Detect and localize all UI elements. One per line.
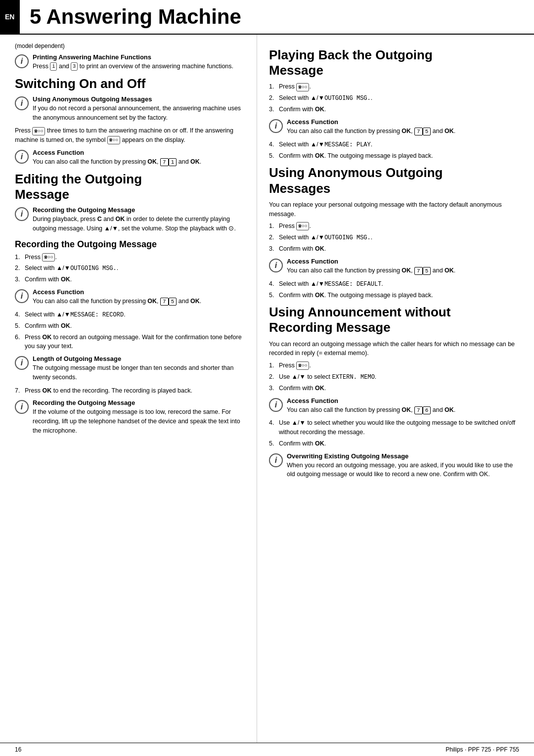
recording2-title: Recording the Outgoing Message: [33, 399, 245, 406]
length-text: The outgoing message must be longer than…: [33, 363, 245, 382]
step-1: 1. Press ☎○○.: [15, 253, 245, 262]
answering-icon-ann1: ☎○○: [296, 361, 309, 370]
recording-steps-list-2: 4. Select with ▲/▼MESSAGE: RECORD. 5. Co…: [15, 310, 245, 351]
overwrite-text: When you record an outgoing message, you…: [287, 461, 519, 480]
editing-access-content: Access Function You can also call the fu…: [33, 288, 245, 306]
recording-box2: i Recording the Outgoing Message If the …: [15, 399, 245, 435]
info-icon-editing-access: i: [15, 289, 29, 303]
content-area: model dependent i Printing Answering Mac…: [0, 35, 534, 743]
printing-info-content: Printing Answering Machine Functions Pre…: [33, 53, 245, 71]
page-number: 16: [15, 746, 21, 753]
page-footer: 16 Philips · PPF 725 · PPF 755: [0, 743, 534, 756]
editing-access-title: Access Function: [33, 288, 245, 296]
step-4: 4. Select with ▲/▼MESSAGE: RECORD.: [15, 310, 245, 319]
play-step-3: 3. Confirm with OK.: [269, 105, 519, 114]
message-default-code: MESSAGE: DEFAULT: [324, 281, 381, 288]
key-7d: 7: [414, 406, 423, 414]
recording2-content: Recording the Outgoing Message If the vo…: [33, 399, 245, 435]
info-icon-overwrite: i: [269, 453, 283, 467]
anon-steps-list-2: 4. Select with ▲/▼MESSAGE: DEFAULT. 5. C…: [269, 279, 519, 300]
recording-note-box: i Recording the Outgoing Message During …: [15, 206, 245, 233]
recording2-text: If the volume of the outgoing message is…: [33, 407, 245, 435]
answering-icon-play1: ☎○○: [296, 83, 309, 91]
step-3: 3. Confirm with OK.: [15, 275, 245, 284]
anon-msgs-heading: Using Anonymous OutgoingMessages: [269, 165, 519, 196]
ann-step-5: 5. Confirm with OK.: [269, 439, 519, 448]
info-icon-recording-note: i: [15, 207, 29, 221]
announcement-steps-list-2: 4. Use ▲/▼ to select whether you would l…: [269, 418, 519, 448]
printing-info-title: Printing Answering Machine Functions: [33, 53, 245, 61]
key-5a: 5: [169, 298, 177, 306]
step-7: 7. Press OK to end the recording. The re…: [15, 386, 245, 396]
key-7c: 7: [414, 267, 423, 275]
printing-info-text: Press i and 3 to print an overview of th…: [33, 62, 245, 71]
answering-machine-icon: ☎○○: [32, 127, 45, 135]
playing-steps-list-2: 4. Select with ▲/▼MESSAGE: PLAY. 5. Conf…: [269, 140, 519, 161]
ann-access-content: Access Function You can also call the fu…: [287, 397, 519, 415]
anon-step-1: 1. Press ☎○○.: [269, 222, 519, 231]
anon-access-text: You can also call the function by pressi…: [287, 266, 519, 275]
playing-heading: Playing Back the OutgoingMessage: [269, 47, 519, 78]
i-key: i: [50, 62, 57, 71]
anon-info-title: Using Anonymous Outgoing Messages: [33, 95, 245, 103]
answering-icon-anon1: ☎○○: [296, 222, 309, 230]
announcement-heading: Using Announcement withoutRecording Mess…: [269, 305, 519, 335]
switching-access-title: Access Function: [33, 149, 245, 156]
ann-step-4: 4. Use ▲/▼ to select whether you would l…: [269, 418, 519, 437]
chapter-header: EN 5 Answering Machine: [0, 0, 534, 35]
announcement-access-box: i Access Function You can also call the …: [269, 397, 519, 415]
page-wrapper: EN 5 Answering Machine model dependent i…: [0, 0, 534, 756]
anon-access-content: Access Function You can also call the fu…: [287, 258, 519, 275]
playing-steps-list: 1. Press ☎○○. 2. Select with ▲/▼OUTGOING…: [269, 82, 519, 114]
editing-access-box: i Access Function You can also call the …: [15, 288, 245, 306]
switching-body: Press ☎○○ three times to turn the answer…: [15, 126, 245, 145]
info-icon-recording2: i: [15, 400, 29, 414]
info-icon-length: i: [15, 356, 29, 370]
info-icon-switching-access: i: [15, 150, 29, 164]
info-icon-playing-access: i: [269, 119, 283, 133]
right-column: Playing Back the OutgoingMessage 1. Pres…: [257, 35, 534, 743]
message-record-code: MESSAGE: RECORD: [70, 311, 124, 318]
anon-access-box: i Access Function You can also call the …: [269, 258, 519, 275]
recording-note-text: During playback, press C and OK in order…: [33, 215, 245, 233]
announcement-steps-list: 1. Press ☎○○. 2. Use ▲/▼ to select EXTER…: [269, 361, 519, 393]
answering-symbol: ☎○○: [107, 136, 120, 144]
key-7b: 7: [414, 128, 423, 135]
key-7: 7: [160, 158, 169, 166]
ann-step-3: 3. Confirm with OK.: [269, 384, 519, 393]
anon-steps-list: 1. Press ☎○○. 2. Select with ▲/▼OUTGOING…: [269, 222, 519, 254]
left-column: model dependent i Printing Answering Mac…: [0, 35, 257, 743]
brand-info: Philips · PPF 725 · PPF 755: [445, 746, 519, 753]
anon-step-2: 2. Select with ▲/▼OUTGOING MSG..: [269, 233, 519, 242]
editing-access-text: You can also call the function by pressi…: [33, 297, 245, 306]
printing-info-box: i Printing Answering Machine Functions P…: [15, 53, 245, 71]
length-box: i Length of Outgoing Message The outgoin…: [15, 355, 245, 382]
key-5b: 5: [423, 128, 431, 135]
playing-access-content: Access Function You can also call the fu…: [287, 118, 519, 136]
anon-step-3: 3. Confirm with OK.: [269, 244, 519, 254]
overwrite-content: Overwriting Existing Outgoing Message Wh…: [287, 452, 519, 480]
outgoing-msg-play-code: OUTGOING MSG.: [324, 95, 371, 102]
ann-access-title: Access Function: [287, 397, 519, 404]
step-5: 5. Confirm with OK.: [15, 321, 245, 331]
key-7a: 7: [160, 298, 169, 306]
overwrite-box: i Overwriting Existing Outgoing Message …: [269, 452, 519, 480]
switching-access-box: i Access Function You can also call the …: [15, 149, 245, 167]
switching-access-content: Access Function You can also call the fu…: [33, 149, 245, 167]
playing-access-title: Access Function: [287, 118, 519, 126]
outgoing-msg-code: OUTGOING MSG.: [70, 265, 117, 272]
switching-heading: Switching On and Off: [15, 76, 245, 91]
3-key: 3: [71, 62, 78, 71]
length-title: Length of Outgoing Message: [33, 355, 245, 362]
extern-memo-code: EXTERN. MEMO: [332, 374, 374, 381]
play-step-2: 2. Select with ▲/▼OUTGOING MSG..: [269, 93, 519, 103]
recording-subheading: Recording the Outgoing Message: [15, 239, 245, 250]
playing-access-text: You can also call the function by pressi…: [287, 127, 519, 136]
ann-access-text: You can also call the function by pressi…: [287, 405, 519, 415]
anon-msgs-body: You can replace your personal outgoing m…: [269, 200, 519, 219]
answering-machine-icon-1: ☎○○: [42, 253, 55, 262]
key-6d: 6: [423, 406, 431, 414]
step-6: 6. Press OK to record an outgoing messag…: [15, 333, 245, 352]
overwrite-title: Overwriting Existing Outgoing Message: [287, 452, 519, 460]
lang-badge: EN: [0, 0, 20, 34]
